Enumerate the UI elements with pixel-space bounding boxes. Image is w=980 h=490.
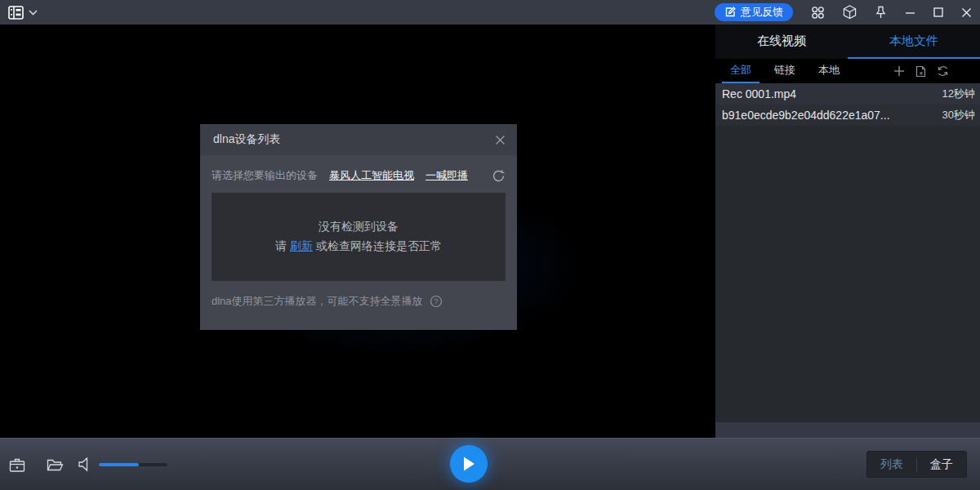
titlebar-left (8, 6, 38, 20)
sidebar-tabs: 在线视频 本地文件 (715, 24, 980, 59)
subtab-link[interactable]: 链接 (766, 59, 804, 83)
refresh-list-icon[interactable] (937, 65, 949, 77)
svg-text:?: ? (434, 297, 438, 305)
help-icon[interactable]: ? (430, 295, 443, 308)
tab-label: 本地文件 (889, 33, 938, 49)
volume-icon[interactable] (78, 457, 92, 472)
bottom-controls: 列表 盒子 (0, 438, 980, 490)
dialog-close-icon[interactable] (495, 135, 506, 145)
chevron-down-icon[interactable] (29, 10, 38, 16)
clear-list-icon[interactable] (915, 65, 926, 78)
feedback-label: 意见反馈 (741, 5, 783, 20)
file-list: Rec 0001.mp4 12秒钟 b91e0ecde9b2e04dd622e1… (715, 83, 980, 126)
play-button[interactable] (450, 445, 488, 483)
volume-fill (99, 463, 139, 466)
titlebar: 意见反馈 (0, 0, 980, 24)
dlna-note: dlna使用第三方播放器，可能不支持全景播放 (212, 294, 423, 309)
file-duration: 12秒钟 (934, 87, 975, 101)
subtab-actions (893, 65, 980, 78)
box-icon[interactable] (843, 5, 857, 20)
subtab-local[interactable]: 本地 (810, 59, 848, 83)
dialog-titlebar: dlna设备列表 (200, 124, 517, 155)
sidebar-footer (715, 422, 980, 438)
edit-icon (724, 7, 736, 18)
add-file-icon[interactable] (893, 65, 905, 77)
file-duration: 30秒钟 (934, 108, 975, 122)
close-button[interactable] (961, 7, 972, 18)
playlist-box-icon[interactable] (9, 457, 25, 473)
view-toggle: 列表 盒子 (866, 451, 967, 478)
minimize-button[interactable] (905, 7, 915, 18)
video-area[interactable]: dlna设备列表 请选择您要输出的设备 暴风人工智能电视 一喊即播 (0, 24, 715, 438)
empty-hint: 请 刷新 或检查网络连接是否正常 (275, 239, 442, 254)
file-name: Rec 0001.mp4 (722, 87, 796, 100)
file-row[interactable]: b91e0ecde9b2e04dd622e1a07... 30秒钟 (715, 105, 980, 126)
hint-prefix: 请 (275, 239, 290, 252)
pin-icon[interactable] (875, 6, 887, 20)
app-logo-film-icon[interactable] (8, 6, 24, 20)
device-link-tv[interactable]: 暴风人工智能电视 (329, 168, 414, 183)
apps-grid-icon[interactable] (811, 6, 825, 20)
empty-title: 没有检测到设备 (318, 220, 399, 234)
view-toggle-list[interactable]: 列表 (867, 452, 916, 477)
sidebar: 在线视频 本地文件 全部 链接 本地 (715, 24, 980, 438)
tab-label: 在线视频 (757, 33, 806, 49)
dialog-title: dlna设备列表 (213, 132, 280, 147)
dlna-dialog: dlna设备列表 请选择您要输出的设备 暴风人工智能电视 一喊即播 (200, 124, 517, 330)
subtab-all[interactable]: 全部 (722, 59, 760, 83)
file-name: b91e0ecde9b2e04dd622e1a07... (722, 109, 890, 122)
volume-slider[interactable] (99, 463, 167, 466)
device-list-empty: 没有检测到设备 请 刷新 或检查网络连接是否正常 (212, 193, 506, 281)
tab-local-files[interactable]: 本地文件 (848, 24, 980, 59)
device-link-voiceplay[interactable]: 一喊即播 (425, 168, 468, 183)
maximize-button[interactable] (933, 7, 943, 17)
dialog-footer: dlna使用第三方播放器，可能不支持全景播放 ? (212, 294, 506, 309)
device-prompt: 请选择您要输出的设备 (212, 168, 318, 183)
app-window: 意见反馈 (0, 0, 980, 490)
hint-suffix: 或检查网络连接是否正常 (313, 239, 442, 252)
titlebar-right: 意见反馈 (715, 3, 972, 21)
view-toggle-box[interactable]: 盒子 (917, 452, 966, 477)
open-folder-icon[interactable] (47, 458, 64, 472)
dialog-body: 请选择您要输出的设备 暴风人工智能电视 一喊即播 没有检测到设备 请 刷新 或检… (200, 155, 517, 309)
device-select-row: 请选择您要输出的设备 暴风人工智能电视 一喊即播 (212, 163, 506, 188)
tab-online-video[interactable]: 在线视频 (715, 24, 848, 59)
sidebar-subtabs: 全部 链接 本地 (715, 59, 980, 83)
refresh-devices-icon[interactable] (492, 169, 506, 183)
refresh-link[interactable]: 刷新 (290, 239, 313, 252)
feedback-button[interactable]: 意见反馈 (715, 3, 793, 21)
file-row[interactable]: Rec 0001.mp4 12秒钟 (715, 83, 980, 105)
